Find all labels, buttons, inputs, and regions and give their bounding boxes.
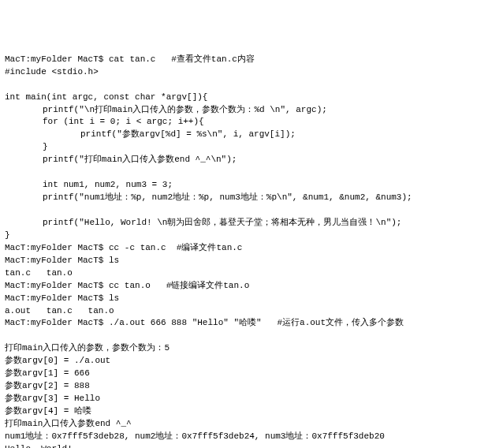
terminal-line: printf("打印main入口传入参数end ^_^\n"); bbox=[5, 154, 472, 166]
terminal-line bbox=[5, 166, 472, 179]
terminal-line: printf("Hello, World! \n朝为田舍郎，暮登天子堂；将相本无… bbox=[5, 217, 472, 230]
terminal-line bbox=[5, 330, 472, 342]
terminal-line: 参数argv[2] = 888 bbox=[5, 380, 472, 393]
terminal-line: int main(int argc, const char *argv[]){ bbox=[5, 91, 472, 104]
terminal-line: 打印main入口传入的参数，参数个数为：5 bbox=[5, 342, 472, 355]
terminal-line: MacT:myFolder MacT$ ls bbox=[5, 255, 472, 267]
terminal-line: num1地址：0x7fff5f3deb28, num2地址：0x7fff5f3d… bbox=[5, 431, 472, 443]
terminal-line: printf("num1地址：%p, num2地址：%p, num3地址：%p\… bbox=[5, 192, 472, 204]
terminal-output: MacT:myFolder MacT$ cat tan.c #查看文件tan.c… bbox=[5, 54, 472, 448]
terminal-line: tan.c tan.o bbox=[5, 267, 472, 280]
terminal-line: #include <stdio.h> bbox=[5, 66, 472, 79]
terminal-line bbox=[5, 79, 472, 91]
terminal-line: 打印main入口传入参数end ^_^ bbox=[5, 418, 472, 431]
terminal-line: MacT:myFolder MacT$ cat tan.c #查看文件tan.c… bbox=[5, 54, 472, 66]
terminal-line: printf("\n打印main入口传入的参数，参数个数为：%d \n", ar… bbox=[5, 104, 472, 117]
terminal-line: MacT:myFolder MacT$ cc -c tan.c #编译文件tan… bbox=[5, 242, 472, 255]
terminal-line: printf("参数argv[%d] = %s\n", i, argv[i]); bbox=[5, 129, 472, 141]
terminal-line: } bbox=[5, 141, 472, 154]
terminal-line: int num1, num2, num3 = 3; bbox=[5, 179, 472, 192]
terminal-line: 参数argv[4] = 哈喽 bbox=[5, 405, 472, 418]
terminal-line: } bbox=[5, 230, 472, 242]
terminal-line bbox=[5, 204, 472, 217]
terminal-line: 参数argv[3] = Hello bbox=[5, 393, 472, 405]
terminal-line: Hello, World! bbox=[5, 443, 472, 448]
terminal-line: MacT:myFolder MacT$ ls bbox=[5, 293, 472, 305]
terminal-line: 参数argv[1] = 666 bbox=[5, 368, 472, 380]
terminal-line: MacT:myFolder MacT$ cc tan.o #链接编译文件tan.… bbox=[5, 280, 472, 293]
terminal-line: for (int i = 0; i < argc; i++){ bbox=[5, 116, 472, 129]
terminal-line: MacT:myFolder MacT$ ./a.out 666 888 "Hel… bbox=[5, 317, 472, 330]
terminal-line: 参数argv[0] = ./a.out bbox=[5, 355, 472, 368]
terminal-line: a.out tan.c tan.o bbox=[5, 305, 472, 318]
